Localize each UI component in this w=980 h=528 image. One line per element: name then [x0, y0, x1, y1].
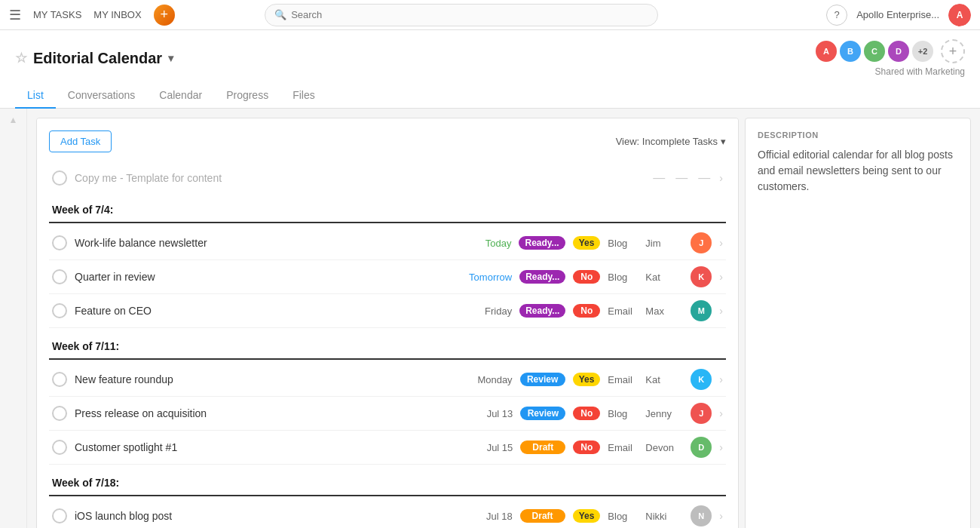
add-task-button[interactable]: Add Task: [49, 130, 112, 152]
task-row[interactable]: Press release on acquisition Jul 13 Revi…: [49, 397, 726, 431]
task-toolbar: Add Task View: Incomplete Tasks ▾: [49, 130, 726, 152]
member-avatar-2[interactable]: B: [838, 39, 862, 63]
task-row-chevron-icon: ›: [719, 271, 723, 283]
task-bool-badge: Yes: [573, 373, 601, 386]
task-row-chevron-icon: ›: [719, 237, 723, 249]
task-row-chevron-icon: ›: [719, 373, 723, 385]
task-owner: Devon: [645, 442, 683, 453]
project-title: ☆ Editorial Calendar ▾: [15, 50, 173, 67]
task-type: Email: [608, 442, 638, 453]
more-members-badge[interactable]: +2: [911, 39, 935, 63]
task-circle[interactable]: [52, 269, 67, 284]
task-status-badge: Draft: [520, 441, 565, 454]
my-inbox-link[interactable]: MY INBOX: [93, 9, 141, 20]
task-name: iOS launch blog post: [75, 510, 460, 522]
task-avatar: J: [691, 232, 712, 253]
task-row-chevron-icon: ›: [719, 441, 723, 453]
main-content: ▲ Add Task View: Incomplete Tasks ▾ Copy…: [0, 109, 980, 528]
task-panel: Add Task View: Incomplete Tasks ▾ Copy m…: [36, 118, 739, 528]
task-name: Press release on acquisition: [75, 407, 460, 419]
sidebar: ▲: [0, 109, 27, 528]
user-avatar-img: A: [948, 4, 971, 26]
view-filter[interactable]: View: Incomplete Tasks ▾: [616, 136, 726, 147]
hamburger-icon[interactable]: ☰: [9, 7, 21, 23]
task-owner: Max: [645, 305, 683, 317]
my-tasks-link[interactable]: MY TASKS: [33, 9, 81, 20]
task-status-badge: Review: [520, 407, 565, 420]
task-circle[interactable]: [52, 372, 67, 387]
template-chevron-icon: ›: [719, 172, 723, 184]
task-date: Jul 18: [467, 511, 513, 522]
task-circle-template[interactable]: [52, 170, 67, 186]
task-circle[interactable]: [52, 440, 67, 455]
task-row[interactable]: New feature roundup Monday Review Yes Em…: [49, 363, 726, 397]
task-avatar: M: [691, 300, 712, 321]
shared-label: Shared with Marketing: [875, 66, 965, 77]
task-row-chevron-icon: ›: [719, 510, 723, 522]
tab-progress[interactable]: Progress: [214, 83, 280, 109]
tab-list[interactable]: List: [15, 83, 56, 109]
task-circle[interactable]: [52, 235, 67, 250]
member-avatar-4[interactable]: D: [887, 39, 911, 63]
task-owner: Jim: [645, 238, 683, 249]
task-avatar: D: [691, 437, 712, 458]
template-row[interactable]: Copy me - Template for content — — — ›: [49, 164, 726, 192]
search-input[interactable]: [291, 9, 648, 20]
nav-right: ? Apollo Enterprise... A: [826, 4, 971, 26]
description-text: Official editorial calendar for all blog…: [758, 147, 958, 195]
task-name: Quarter in review: [75, 271, 459, 283]
tab-conversations[interactable]: Conversations: [56, 83, 148, 109]
project-title-text: Editorial Calendar: [33, 50, 162, 67]
task-type: Blog: [608, 511, 638, 522]
task-circle[interactable]: [52, 303, 67, 318]
task-circle[interactable]: [52, 508, 67, 523]
add-button[interactable]: +: [154, 5, 175, 26]
task-status-badge: Ready...: [519, 304, 565, 318]
task-avatar: N: [691, 505, 712, 526]
task-avatar: J: [691, 403, 712, 424]
project-chevron-icon[interactable]: ▾: [168, 52, 173, 64]
sections-container: Week of 7/4: Work-life balance newslette…: [49, 192, 726, 528]
task-row[interactable]: Work-life balance newsletter Today Ready…: [49, 226, 726, 260]
org-name: Apollo Enterprise...: [856, 9, 939, 20]
project-title-bar: ☆ Editorial Calendar ▾ A B C D +2 + Shar…: [15, 30, 965, 83]
template-task-name: Copy me - Template for content: [75, 172, 644, 184]
members-area: A B C D +2 +: [814, 39, 965, 63]
view-filter-label: View: Incomplete Tasks: [616, 136, 718, 147]
member-avatar-1[interactable]: A: [814, 39, 838, 63]
task-bool-badge: No: [573, 407, 600, 420]
top-nav: ☰ MY TASKS MY INBOX + 🔍 ? Apollo Enterpr…: [0, 0, 980, 30]
task-status-badge: Ready...: [519, 236, 565, 250]
tab-calendar[interactable]: Calendar: [147, 83, 214, 109]
task-row[interactable]: Customer spotlight #1 Jul 15 Draft No Em…: [49, 431, 726, 465]
task-bool-badge: Yes: [573, 236, 601, 250]
task-type: Blog: [608, 238, 638, 249]
tab-files[interactable]: Files: [280, 83, 327, 109]
section-header: Week of 7/4:: [49, 192, 726, 223]
add-member-button[interactable]: +: [941, 39, 965, 63]
task-row[interactable]: iOS launch blog post Jul 18 Draft Yes Bl…: [49, 499, 726, 528]
tabs: List Conversations Calendar Progress Fil…: [15, 83, 965, 108]
task-date: Today: [466, 238, 511, 249]
task-row[interactable]: Quarter in review Tomorrow Ready... No B…: [49, 260, 726, 294]
task-type: Blog: [608, 408, 638, 419]
description-title: DESCRIPTION: [758, 130, 958, 140]
sidebar-collapse-icon[interactable]: ▲: [9, 115, 18, 125]
task-bool-badge: No: [573, 304, 600, 318]
task-status-badge: Review: [520, 373, 565, 386]
task-bool-badge: Yes: [573, 509, 601, 523]
task-row-chevron-icon: ›: [719, 305, 723, 317]
task-type: Blog: [608, 272, 638, 283]
star-icon[interactable]: ☆: [15, 50, 27, 66]
member-avatar-3[interactable]: C: [862, 39, 887, 63]
task-name: Feature on CEO: [75, 305, 459, 317]
help-button[interactable]: ?: [826, 5, 847, 26]
task-bool-badge: No: [573, 270, 600, 284]
task-date: Jul 15: [467, 442, 513, 453]
task-row[interactable]: Feature on CEO Friday Ready... No Email …: [49, 294, 726, 328]
user-avatar[interactable]: A: [948, 4, 971, 26]
task-name: Customer spotlight #1: [75, 441, 460, 453]
task-circle[interactable]: [52, 406, 67, 421]
search-icon: 🔍: [274, 9, 286, 20]
template-dash-2: —: [674, 171, 689, 185]
